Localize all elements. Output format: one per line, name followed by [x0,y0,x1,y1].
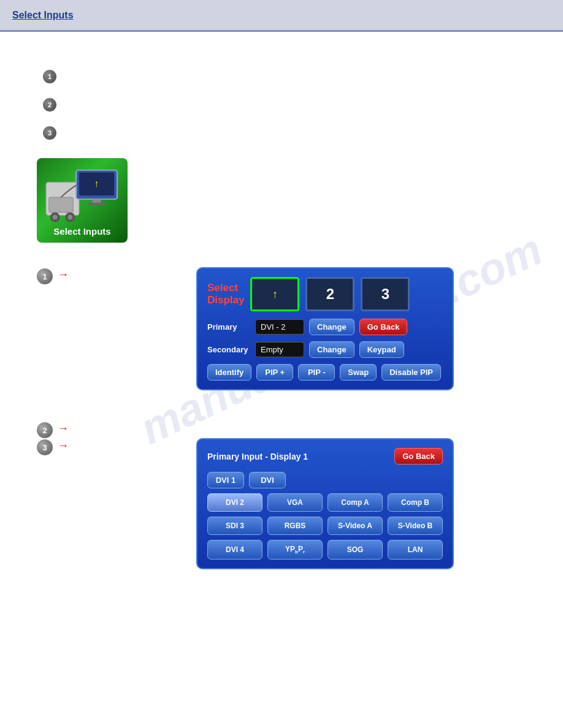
panel-input-title-text: Primary Input - Display 1 [207,452,308,461]
input-btn-sdi3[interactable]: SDI 3 [207,517,262,535]
display-thumb-2[interactable]: 2 [305,277,354,311]
input-btn-vga[interactable]: VGA [267,493,323,512]
disable-pip-button[interactable]: Disable PIP [381,364,441,381]
select-inputs-image[interactable]: ↑ Select Inputs [37,158,128,243]
input-top-row: DVI 1 DVI [207,472,443,488]
secondary-row: Secondary Empty Change Keypad [207,341,443,358]
bullet-list: 1 2 3 [43,69,526,140]
display-thumb-1[interactable]: ↑ [250,277,299,311]
bullet-circle-2: 2 [43,98,56,112]
input-btn-dvi[interactable]: DVI [249,472,286,488]
step1-arrow: → [58,268,69,281]
primary-label: Primary [207,322,250,332]
input-btn-comp-b[interactable]: Comp B [388,493,443,512]
identify-button[interactable]: Identify [207,364,251,381]
step3-arrow: → [58,439,69,452]
input-btn-dvi4[interactable]: DVI 4 [207,540,262,559]
pip-minus-button[interactable]: PIP - [298,364,335,381]
input-btn-lan[interactable]: LAN [388,540,443,559]
panel-select-display: Select Display ↑ 2 3 Primary DVI - 2 Cha… [196,267,454,390]
pip-plus-button[interactable]: PIP + [256,364,293,381]
step3-circle: 3 [37,439,53,455]
go-back-button-2[interactable]: Go Back [394,448,443,464]
input-btn-sog[interactable]: SOG [327,540,383,559]
select-inputs-label: Select Inputs [53,226,110,237]
select-display-title: Select Display [207,282,244,307]
input-btn-comp-a[interactable]: Comp A [327,493,383,512]
secondary-value: Empty [255,342,304,357]
svg-text:↑: ↑ [94,178,99,189]
svg-rect-5 [49,197,73,213]
input-btn-svideo-a[interactable]: S-Video A [327,517,383,535]
bullet-item-2: 2 [43,97,526,112]
secondary-change-button[interactable]: Change [309,341,354,358]
bullet-item-3: 3 [43,125,526,140]
panel-input-title: Primary Input - Display 1 Go Back [207,448,443,464]
svg-rect-9 [88,203,106,205]
input-btn-dvi2[interactable]: DVI 2 [207,493,262,512]
bullet-circle-1: 1 [43,70,56,83]
step1-row: 1 → Select Display ↑ 2 3 Primary DVI - 2… [37,267,526,409]
display-thumb-3[interactable]: 3 [361,277,410,311]
input-btn-svideo-b[interactable]: S-Video B [388,517,443,535]
select-inputs-image-content: ↑ [43,164,121,224]
primary-row: Primary DVI - 2 Change Go Back [207,319,443,335]
step2-circle: 2 [37,422,53,438]
primary-change-button[interactable]: Change [309,319,354,335]
bullet-item-1: 1 [43,69,526,83]
svg-point-4 [67,214,72,219]
svg-point-2 [53,214,58,219]
input-btn-ypbpr[interactable]: YPbPr [267,540,323,559]
input-btn-rgbs[interactable]: RGBS [267,517,323,535]
swap-button[interactable]: Swap [340,364,377,381]
secondary-label: Secondary [207,345,250,354]
keypad-button[interactable]: Keypad [359,341,404,358]
page-title: Select Inputs [12,10,74,21]
bottom-buttons-row: Identify PIP + PIP - Swap Disable PIP [207,364,443,381]
go-back-button-1[interactable]: Go Back [359,319,408,335]
input-btn-grid: DVI 2 VGA Comp A Comp B SDI 3 RGBS S-Vid… [207,493,443,559]
primary-value: DVI - 2 [255,319,304,335]
input-btn-dvi1[interactable]: DVI 1 [207,472,244,488]
panel-input: Primary Input - Display 1 Go Back DVI 1 … [196,438,454,569]
step2-row: 2 → [37,421,526,438]
panels-area: 1 → Select Display ↑ 2 3 Primary DVI - 2… [37,267,526,569]
step2-arrow: → [58,422,69,435]
step1-circle: 1 [37,268,53,284]
bullet-circle-3: 3 [43,126,56,140]
step3-row: 3 → Primary Input - Display 1 Go Back DV… [37,438,526,569]
